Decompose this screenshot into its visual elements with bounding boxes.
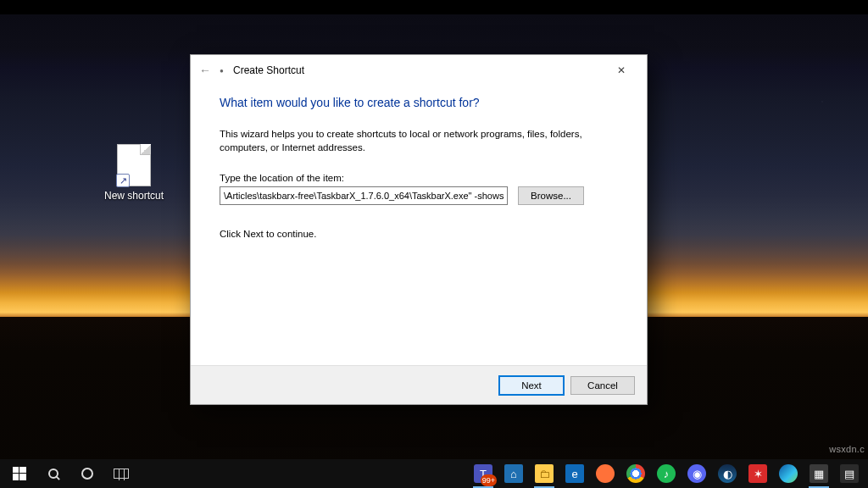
gray2-app-icon: ▤ xyxy=(840,464,859,483)
cancel-button[interactable]: Cancel xyxy=(570,376,635,395)
taskbar: T 99+ ⌂ 🗀 e ♪ ◉ ◐ ✶ ▦ ▤ xyxy=(0,459,868,488)
back-arrow-icon: ← xyxy=(198,64,213,77)
continue-hint: Click Next to continue. xyxy=(220,229,618,239)
svg-rect-3 xyxy=(19,474,26,480)
shortcut-file-icon: ↗ xyxy=(117,144,151,186)
taskbar-app-red[interactable]: ✶ xyxy=(743,459,773,488)
dialog-title: Create Shortcut xyxy=(233,64,304,76)
taskbar-app-ie[interactable]: e xyxy=(559,459,590,488)
red-app-icon: ✶ xyxy=(748,464,767,483)
cortana-button[interactable] xyxy=(71,459,103,488)
dialog-titlebar[interactable]: ← ● Create Shortcut ✕ xyxy=(191,55,647,86)
taskbar-app-steam[interactable]: ◐ xyxy=(712,459,743,488)
chrome-icon xyxy=(626,464,645,483)
gray-app-icon: ▦ xyxy=(810,464,828,483)
cortana-icon xyxy=(81,468,93,480)
search-button[interactable] xyxy=(37,459,70,488)
dialog-description: This wizard helps you to create shortcut… xyxy=(220,128,609,154)
location-input[interactable] xyxy=(220,186,508,205)
desktop-icon-new-shortcut[interactable]: ↗ New shortcut xyxy=(100,144,168,202)
ie-icon: e xyxy=(565,464,584,483)
folder-icon: 🗀 xyxy=(535,464,554,483)
dialog-footer: Next Cancel xyxy=(191,365,647,404)
taskbar-app-discord[interactable]: ◉ xyxy=(682,459,712,488)
breadcrumb-dot-icon: ● xyxy=(220,67,226,74)
taskbar-app-spotify[interactable]: ♪ xyxy=(651,459,682,488)
desktop: ↗ New shortcut ← ● Create Shortcut ✕ Wha… xyxy=(0,0,868,488)
close-icon: ✕ xyxy=(617,64,626,76)
dialog-headline: What item would you like to create a sho… xyxy=(220,96,618,109)
taskbar-app-teams[interactable]: T 99+ xyxy=(468,459,498,488)
taskbar-app-gray2[interactable]: ▤ xyxy=(834,459,865,488)
edge-icon xyxy=(779,464,798,483)
taskbar-app-store[interactable]: ⌂ xyxy=(498,459,529,488)
location-label: Type the location of the item: xyxy=(220,173,618,183)
browse-button[interactable]: Browse... xyxy=(518,186,584,205)
teams-badge: 99+ xyxy=(481,474,497,486)
spotify-icon: ♪ xyxy=(657,464,676,483)
taskbar-app-gray1[interactable]: ▦ xyxy=(804,459,834,488)
create-shortcut-dialog: ← ● Create Shortcut ✕ What item would yo… xyxy=(190,54,648,405)
svg-rect-0 xyxy=(13,467,19,473)
task-view-icon xyxy=(114,469,129,479)
windows-logo-icon xyxy=(13,467,26,480)
task-view-button[interactable] xyxy=(105,459,137,488)
steam-icon: ◐ xyxy=(718,464,737,483)
close-button[interactable]: ✕ xyxy=(603,58,640,82)
svg-rect-2 xyxy=(13,474,19,480)
taskbar-app-firefox[interactable] xyxy=(590,459,620,488)
svg-rect-1 xyxy=(19,467,26,473)
search-icon xyxy=(48,469,58,479)
taskbar-app-explorer[interactable]: 🗀 xyxy=(529,459,559,488)
taskbar-app-edge[interactable] xyxy=(773,459,804,488)
discord-icon: ◉ xyxy=(687,464,706,483)
next-button[interactable]: Next xyxy=(499,376,564,395)
watermark-text: wsxdn.c xyxy=(829,444,865,454)
firefox-icon xyxy=(596,464,615,483)
shortcut-overlay-icon: ↗ xyxy=(116,174,130,187)
dialog-content: What item would you like to create a sho… xyxy=(191,86,647,365)
start-button[interactable] xyxy=(3,459,36,488)
desktop-icon-label: New shortcut xyxy=(100,190,168,202)
taskbar-app-chrome[interactable] xyxy=(620,459,651,488)
store-icon: ⌂ xyxy=(504,464,523,483)
